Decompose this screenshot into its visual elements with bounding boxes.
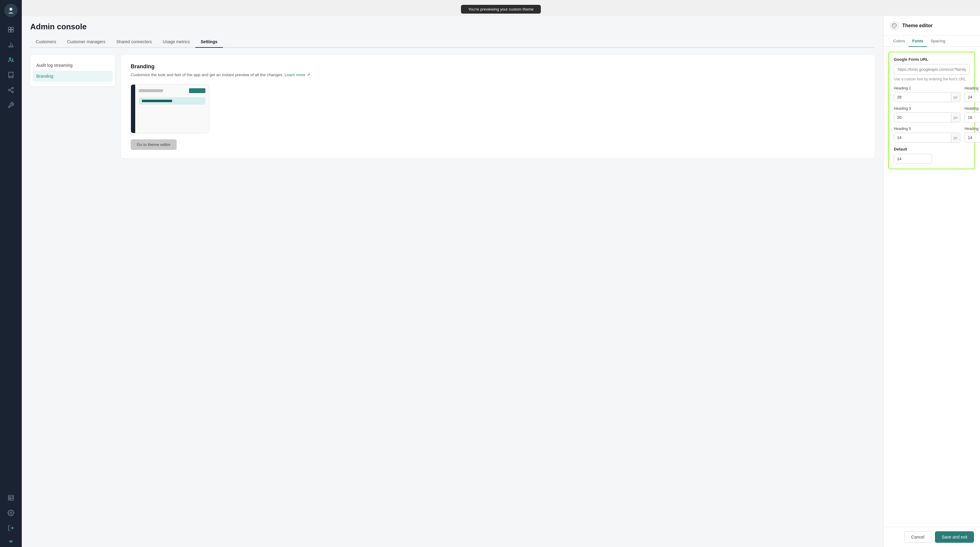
theme-panel-inner: Theme editor Colors Fonts Spacing Google… — [883, 16, 980, 547]
heading-4-item: Heading 4 px — [964, 106, 980, 122]
tab-settings[interactable]: Settings — [196, 36, 223, 48]
heading-5-label: Heading 5 — [894, 127, 960, 131]
heading-5-px: px — [951, 133, 960, 142]
settings-item-audit-log[interactable]: Audit log streaming — [30, 60, 115, 71]
mockup-header — [139, 88, 205, 93]
nav-tabs: Customers Customer managers Shared conne… — [30, 36, 875, 48]
mockup-table-item — [142, 100, 172, 102]
subtab-colors[interactable]: Colors — [889, 36, 908, 47]
default-label: Default — [894, 147, 970, 151]
google-fonts-url-input[interactable] — [894, 64, 970, 75]
wordmark: w — [10, 539, 13, 543]
settings-item-branding[interactable]: Branding — [33, 71, 113, 82]
heading-6-input[interactable] — [965, 133, 980, 142]
theme-subtabs: Colors Fonts Spacing — [883, 36, 980, 47]
svg-point-11 — [12, 87, 14, 89]
subtab-fonts[interactable]: Fonts — [908, 36, 927, 47]
heading-1-input-row: px — [894, 92, 960, 102]
svg-point-1 — [10, 8, 13, 11]
svg-point-13 — [12, 91, 14, 93]
subtab-spacing[interactable]: Spacing — [927, 36, 949, 47]
learn-more-link[interactable]: Learn more — [285, 73, 305, 77]
heading-1-label: Heading 1 — [894, 86, 960, 90]
default-input-row: px — [894, 154, 932, 164]
cancel-button[interactable]: Cancel — [904, 531, 932, 543]
branding-preview-mockup — [130, 84, 209, 133]
heading-2-item: Heading 2 px — [964, 86, 980, 102]
branch-icon[interactable] — [4, 83, 18, 97]
heading-5-item: Heading 5 px — [894, 127, 960, 143]
tab-customers[interactable]: Customers — [30, 36, 62, 48]
fonts-section: Google Fonts URL Use a custom font by en… — [888, 52, 975, 169]
mockup-button — [189, 88, 205, 93]
svg-rect-3 — [11, 27, 13, 29]
heading-3-input[interactable] — [894, 113, 951, 122]
logo[interactable] — [4, 4, 18, 17]
branding-title: Branding — [130, 63, 865, 70]
table-icon[interactable] — [4, 491, 18, 504]
heading-4-label: Heading 4 — [964, 106, 980, 111]
sidebar-bottom: w — [4, 491, 18, 543]
heading-5-input[interactable] — [894, 133, 951, 142]
google-fonts-hint: Use a custom font by entering the font's… — [894, 77, 970, 81]
svg-rect-2 — [8, 27, 11, 29]
svg-line-15 — [10, 89, 12, 90]
exit-icon[interactable] — [4, 521, 18, 534]
preview-banner-row: You're previewing your custom theme — [22, 0, 980, 16]
theme-editor-title: Theme editor — [902, 23, 932, 29]
layers-icon[interactable] — [4, 23, 18, 36]
heading-2-input[interactable] — [965, 92, 980, 102]
google-fonts-label: Google Fonts URL — [894, 57, 970, 62]
page-title: Admin console — [30, 22, 875, 32]
svg-rect-16 — [8, 495, 14, 501]
tab-shared-connectors[interactable]: Shared connectors — [111, 36, 158, 48]
preview-banner: You're previewing your custom theme — [461, 5, 541, 14]
headings-grid: Heading 1 px Heading 2 px — [894, 86, 970, 143]
heading-4-input-row: px — [964, 113, 980, 122]
svg-line-14 — [10, 90, 12, 92]
gear-icon[interactable] — [4, 506, 18, 520]
heading-5-input-row: px — [894, 133, 960, 143]
svg-rect-5 — [11, 30, 13, 32]
branding-description: Customize the look and feel of the app a… — [130, 72, 865, 77]
outer-wrapper: You're previewing your custom theme Admi… — [22, 0, 980, 547]
svg-point-20 — [10, 512, 12, 514]
settings-sidebar: Audit log streaming Branding — [30, 55, 115, 86]
svg-point-23 — [896, 25, 896, 26]
heading-2-label: Heading 2 — [964, 86, 980, 90]
tools-icon[interactable] — [4, 98, 18, 112]
heading-3-item: Heading 3 px — [894, 106, 960, 122]
content-area: Admin console Customers Customer manager… — [22, 16, 883, 547]
save-exit-button[interactable]: Save and exit — [935, 531, 974, 543]
svg-point-12 — [8, 89, 10, 91]
theme-panel-header: Theme editor — [883, 16, 980, 36]
mockup-table-row — [139, 97, 205, 105]
mockup-left-sidebar — [131, 85, 135, 133]
mockup-inner — [131, 85, 209, 133]
tab-customer-managers[interactable]: Customer managers — [62, 36, 111, 48]
mockup-empty — [139, 107, 205, 119]
heading-6-input-row: px — [964, 133, 980, 143]
settings-layout: Audit log streaming Branding Branding Cu… — [30, 55, 875, 159]
sidebar: w — [0, 0, 22, 547]
default-input[interactable] — [894, 154, 932, 163]
book-icon[interactable] — [4, 68, 18, 82]
svg-point-10 — [10, 58, 11, 60]
heading-2-input-row: px — [964, 92, 980, 102]
main-area: Admin console Customers Customer manager… — [22, 16, 883, 547]
heading-1-item: Heading 1 px — [894, 86, 960, 102]
settings-content: Branding Customize the look and feel of … — [121, 55, 875, 159]
heading-4-input[interactable] — [965, 113, 980, 122]
mockup-bar — [139, 89, 163, 92]
tab-usage-metrics[interactable]: Usage metrics — [157, 36, 195, 48]
goto-theme-editor-button[interactable]: Go to theme editor — [130, 140, 177, 150]
heading-3-input-row: px — [894, 113, 960, 122]
theme-panel: Theme editor Colors Fonts Spacing Google… — [883, 16, 980, 547]
users-icon[interactable] — [4, 53, 18, 67]
heading-3-label: Heading 3 — [894, 106, 960, 111]
default-section: Default px — [894, 147, 970, 164]
chart-icon[interactable] — [4, 38, 18, 51]
svg-rect-4 — [8, 30, 11, 32]
heading-6-label: Heading 6 — [964, 127, 980, 131]
heading-1-input[interactable] — [894, 92, 951, 102]
